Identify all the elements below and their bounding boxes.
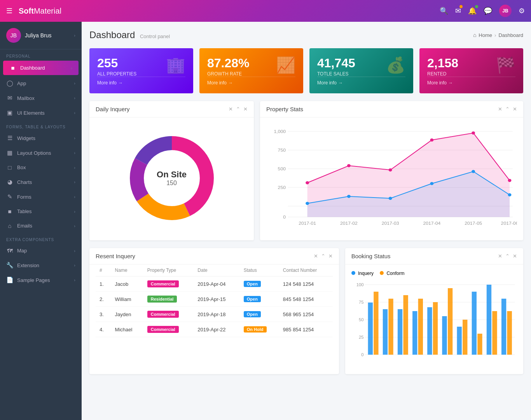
sidebar-item-sample[interactable]: 📄 Sample Pages › [0, 273, 82, 287]
sidebar-item-charts[interactable]: ◕ Charts › [0, 175, 82, 189]
chevron-icon: › [74, 136, 75, 140]
breadcrumb: ⌂ Home › Dashboard [473, 32, 523, 38]
svg-rect-59 [403, 295, 408, 355]
menu-toggle[interactable]: ☰ [6, 7, 12, 15]
stat-card-properties: 255 ALL PROPERTIES 🏢 More info → [89, 48, 193, 93]
svg-text:2017-03: 2017-03 [382, 221, 399, 226]
svg-point-27 [430, 138, 433, 142]
sidebar-item-emails[interactable]: ⌂ Emails › [0, 219, 82, 233]
section-label-forms: FORMS, TABLE & LAYOUTS [0, 120, 82, 131]
sidebar-item-label: Map [17, 248, 27, 254]
topnav-right: 🔍 ✉ 🔔 💬 JB ⚙ [440, 5, 525, 17]
svg-point-26 [389, 168, 392, 172]
sidebar-user[interactable]: JB Juliya Brus › [0, 22, 82, 49]
search-icon[interactable]: 🔍 [440, 7, 448, 15]
status-badge: Open [244, 281, 261, 287]
mail-icon[interactable]: ✉ [455, 7, 461, 15]
svg-rect-64 [477, 334, 482, 355]
breadcrumb-home[interactable]: Home [479, 32, 492, 38]
stat-more-growth[interactable]: More info → [207, 77, 295, 86]
settings-icon[interactable]: ⚙ [519, 7, 525, 15]
box-icon: □ [6, 164, 13, 171]
recent-inquiry-card: Resent Inquery ✕ ⌃ ✕ # Name Property [89, 248, 339, 374]
sidebar-item-forms[interactable]: ✎ Forms › [0, 189, 82, 204]
sidebar-item-ui-elements[interactable]: ▣ UI Elements › [0, 105, 82, 120]
stat-value-properties: 255 [97, 56, 136, 70]
close-icon[interactable]: ✕ [328, 253, 333, 259]
close-icon[interactable]: ✕ [243, 106, 248, 112]
chevron-icon: › [74, 81, 75, 86]
svg-text:2017-06: 2017-06 [501, 221, 517, 226]
table-row: 4. Michael Commercial 2019-Apr-22 On Hol… [96, 322, 333, 337]
stat-more-rented[interactable]: More info → [427, 77, 515, 86]
app-icon: ◯ [6, 80, 13, 87]
sidebar-item-dashboard[interactable]: ■ Dashboard › [3, 61, 79, 75]
recent-inquiry-header: Resent Inquery ✕ ⌃ ✕ [89, 248, 339, 264]
sidebar-item-box[interactable]: □ Box › [0, 160, 82, 175]
svg-text:75: 75 [359, 300, 364, 304]
svg-rect-63 [463, 320, 467, 355]
svg-point-32 [347, 195, 351, 198]
svg-point-28 [472, 131, 475, 135]
svg-point-24 [306, 181, 309, 184]
bell-icon[interactable]: 🔔 [468, 7, 477, 15]
close-icon[interactable]: ✕ [513, 253, 517, 259]
donut-value: 150 [157, 180, 187, 187]
chevron-icon: › [74, 110, 75, 115]
stat-more-sales[interactable]: More info → [317, 77, 405, 86]
col-contact: Contact Number [279, 264, 333, 276]
property-stats-card: Property Stats ✕ ⌃ ✕ [260, 101, 523, 240]
collapse-icon[interactable]: ⌃ [236, 106, 240, 112]
minimize-icon[interactable]: ✕ [229, 106, 233, 112]
sidebar-item-label: Mailbox [17, 95, 35, 101]
table-row: 3. Jayden Commercial 2019-Apr-18 Open 56… [96, 307, 333, 322]
svg-rect-50 [412, 311, 417, 355]
card-actions: ✕ ⌃ ✕ [498, 253, 517, 259]
svg-rect-60 [418, 299, 423, 355]
bell-badge [475, 5, 478, 8]
collapse-icon[interactable]: ⌃ [321, 253, 325, 259]
ui-icon: ▣ [6, 109, 13, 116]
brand-logo: SoftMaterial [19, 7, 61, 16]
stat-label-sales: TOTLE SALES [317, 71, 355, 77]
stat-more-properties[interactable]: More info → [97, 77, 185, 86]
sidebar-item-extension[interactable]: 🔧 Extension › [0, 258, 82, 273]
sidebar-item-mailbox[interactable]: ✉ Mailbox › [0, 91, 82, 105]
property-stats-header: Property Stats ✕ ⌃ ✕ [260, 101, 523, 117]
section-label-extra: EXTRA COMPONENTS [0, 233, 82, 243]
chat-icon[interactable]: 💬 [484, 7, 492, 15]
svg-rect-65 [492, 311, 497, 355]
minimize-icon[interactable]: ✕ [314, 253, 318, 259]
sidebar-item-label: App [17, 80, 26, 86]
stat-icon-growth: 📈 [276, 56, 295, 74]
donut-center: On Site 150 [157, 170, 187, 187]
chevron-icon: › [74, 263, 75, 268]
daily-inquiry-card: Daily Inquery ✕ ⌃ ✕ [89, 101, 254, 240]
collapse-icon[interactable]: ⌃ [505, 106, 510, 112]
minimize-icon[interactable]: ✕ [498, 253, 502, 259]
svg-point-36 [508, 193, 512, 196]
sidebar-item-tables[interactable]: ■ Tables › [0, 204, 82, 219]
sidebar-item-app[interactable]: ◯ App › [0, 76, 82, 91]
svg-rect-48 [383, 309, 387, 355]
svg-rect-57 [374, 292, 378, 355]
recent-inquiry-title: Resent Inquery [96, 253, 135, 259]
charts-row: Daily Inquery ✕ ⌃ ✕ [89, 101, 523, 240]
emails-icon: ⌂ [6, 222, 13, 229]
svg-point-25 [347, 164, 351, 167]
daily-inquiry-title: Daily Inquery [96, 106, 130, 112]
minimize-icon[interactable]: ✕ [498, 106, 502, 112]
breadcrumb-separator: › [494, 32, 496, 38]
sidebar-item-layout[interactable]: ▦ Layout Options › [0, 145, 82, 160]
col-type: Property Type [143, 264, 194, 276]
sidebar-section-extra: EXTRA COMPONENTS 🗺 Map › 🔧 Extension › 📄 [0, 233, 82, 287]
sidebar-item-widgets[interactable]: ☰ Widgets › [0, 131, 82, 145]
main-content: Dashboard Control panel ⌂ Home › Dashboa… [82, 22, 531, 420]
close-icon[interactable]: ✕ [513, 106, 517, 112]
col-date: Date [194, 264, 239, 276]
user-avatar[interactable]: JB [499, 5, 512, 17]
svg-text:500: 500 [278, 166, 286, 171]
collapse-icon[interactable]: ⌃ [505, 253, 510, 259]
legend-dot-inquiry [351, 271, 355, 275]
sidebar-item-map[interactable]: 🗺 Map › [0, 243, 82, 258]
